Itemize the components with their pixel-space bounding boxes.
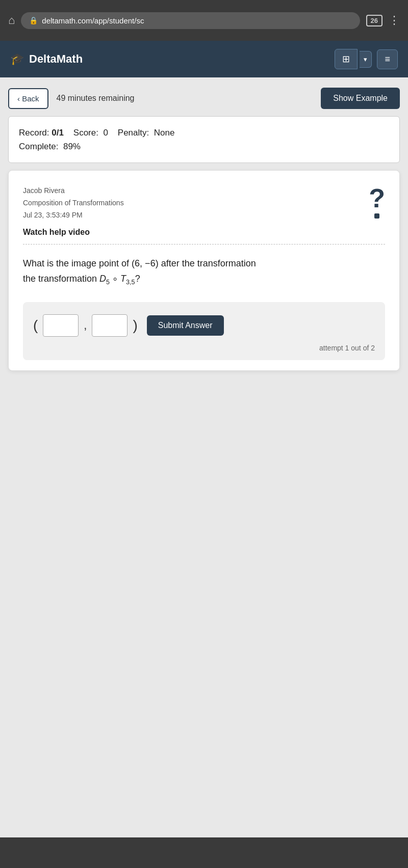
answer-row: ( , ) Submit Answer bbox=[33, 314, 375, 337]
url-bar[interactable]: 🔒 deltamath.com/app/student/sc bbox=[21, 12, 360, 29]
calculator-dropdown[interactable]: ▾ bbox=[360, 51, 372, 68]
record-card: Record: 0/1 Score: 0 Penalty: None Compl… bbox=[8, 116, 400, 163]
topic-name: Composition of Transformations bbox=[23, 197, 124, 209]
record-line2: Complete: 89% bbox=[19, 140, 389, 153]
app-name: DeltaMath bbox=[29, 52, 83, 66]
x-coordinate-input[interactable] bbox=[43, 314, 79, 337]
hamburger-menu-button[interactable]: ≡ bbox=[377, 49, 398, 69]
tab-count[interactable]: 26 bbox=[366, 15, 382, 26]
home-icon[interactable]: ⌂ bbox=[8, 14, 15, 27]
complete-label: Complete: bbox=[19, 142, 58, 151]
header-controls: ⊞ ▾ ≡ bbox=[335, 49, 398, 69]
comma-separator: , bbox=[84, 319, 87, 332]
submit-answer-button[interactable]: Submit Answer bbox=[147, 315, 224, 336]
score-value: 0 bbox=[101, 128, 108, 138]
record-label: Record: bbox=[19, 128, 49, 138]
watch-help-link[interactable]: Watch help video bbox=[23, 228, 385, 237]
back-button[interactable]: ‹ Back bbox=[8, 88, 48, 109]
close-paren: ) bbox=[133, 317, 137, 334]
question-mark-bar bbox=[374, 213, 379, 219]
penalty-label: Penalty: bbox=[118, 128, 149, 138]
open-paren: ( bbox=[33, 317, 38, 334]
student-name: Jacob Rivera bbox=[23, 185, 124, 197]
complete-value: 89% bbox=[61, 142, 81, 151]
hamburger-icon: ≡ bbox=[385, 54, 390, 64]
browser-menu-icon[interactable]: ⋮ bbox=[389, 14, 400, 27]
lock-icon: 🔒 bbox=[29, 16, 38, 24]
y-coordinate-input[interactable] bbox=[92, 314, 128, 337]
record-line1: Record: 0/1 Score: 0 Penalty: None bbox=[19, 126, 389, 140]
question-card: Jacob Rivera Composition of Transformati… bbox=[8, 170, 400, 371]
answer-area: ( , ) Submit Answer attempt 1 out of 2 bbox=[23, 302, 385, 360]
penalty-value: None bbox=[151, 128, 174, 138]
bottom-bar bbox=[0, 837, 408, 868]
url-text: deltamath.com/app/student/sc bbox=[42, 16, 144, 25]
calculator-button[interactable]: ⊞ bbox=[335, 49, 358, 69]
attempt-text: attempt 1 out of 2 bbox=[33, 344, 375, 352]
graduation-icon: 🎓 bbox=[10, 52, 24, 66]
section-divider bbox=[23, 244, 385, 245]
show-example-button[interactable]: Show Example bbox=[321, 88, 400, 109]
score-label: Score: bbox=[73, 128, 98, 138]
timer-text: 49 minutes remaining bbox=[57, 94, 313, 103]
question-header: Jacob Rivera Composition of Transformati… bbox=[23, 185, 385, 221]
question-mark-icon: ? bbox=[369, 185, 385, 211]
main-content: ‹ Back 49 minutes remaining Show Example… bbox=[0, 77, 408, 837]
question-text: What is the image point of (6, −6) after… bbox=[23, 256, 385, 288]
calculator-icon: ⊞ bbox=[342, 53, 350, 65]
help-icon[interactable]: ? bbox=[369, 185, 385, 219]
app-logo: 🎓 DeltaMath bbox=[10, 52, 83, 66]
chevron-down-icon: ▾ bbox=[364, 56, 367, 63]
top-bar: ‹ Back 49 minutes remaining Show Example bbox=[8, 88, 400, 109]
browser-bar: ⌂ 🔒 deltamath.com/app/student/sc 26 ⋮ bbox=[0, 0, 408, 41]
student-info: Jacob Rivera Composition of Transformati… bbox=[23, 185, 124, 221]
app-header: 🎓 DeltaMath ⊞ ▾ ≡ bbox=[0, 41, 408, 77]
timestamp: Jul 23, 3:53:49 PM bbox=[23, 209, 124, 222]
record-value: 0/1 bbox=[52, 128, 64, 138]
